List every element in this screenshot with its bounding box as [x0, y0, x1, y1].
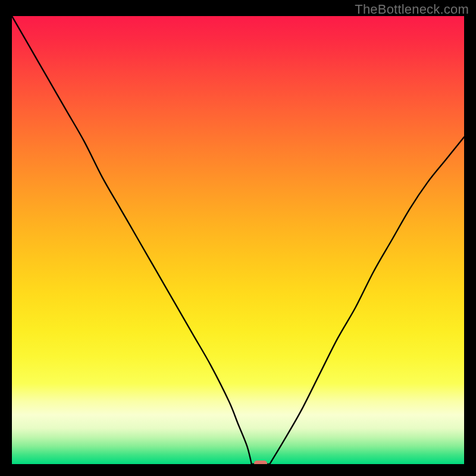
optimal-marker — [254, 461, 267, 464]
chart-frame: { "watermark": "TheBottleneck.com", "col… — [0, 0, 476, 476]
watermark-text: TheBottleneck.com — [355, 2, 469, 17]
gradient-background — [12, 16, 464, 464]
bottleneck-chart — [12, 16, 464, 464]
